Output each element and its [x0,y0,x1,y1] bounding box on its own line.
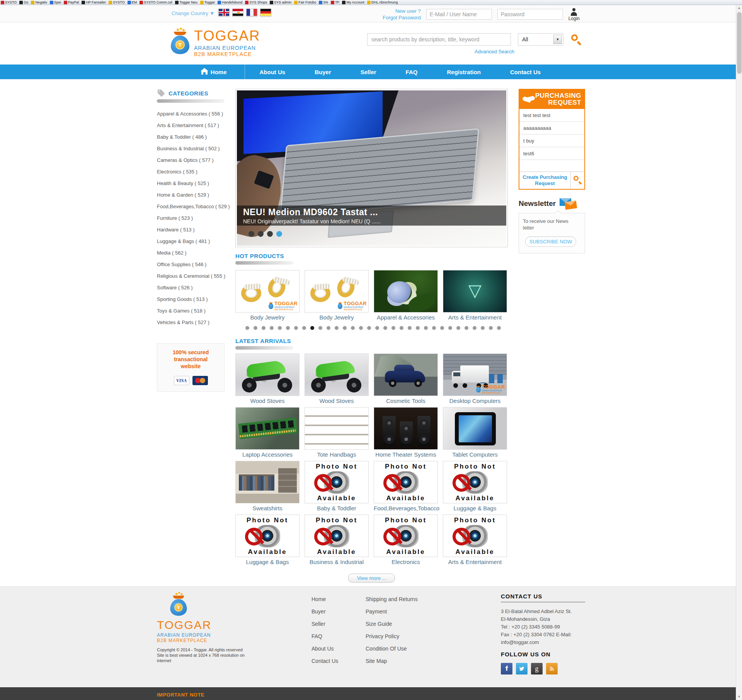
carousel-dot[interactable] [267,231,273,237]
product-card[interactable]: Photo Not Available Luggage & Bags [443,461,507,511]
category-item[interactable]: Furniture ( 523 ) [157,212,225,224]
pagination-dot[interactable] [270,326,274,330]
category-item[interactable]: Cameras & Optics ( 577 ) [157,155,225,166]
footer-link-size-guide[interactable]: Size Guide [366,618,431,630]
subscribe-button[interactable]: SUBSCRIBE NOW [525,236,576,247]
nav-item-buyer[interactable]: Buyer [300,65,346,79]
pagination-dot[interactable] [286,326,290,330]
pagination-dot[interactable] [351,326,355,330]
pagination-dot[interactable] [497,326,501,330]
search-category-select[interactable]: All ▼ [518,33,563,46]
bookmark-item[interactable]: SYS admin [270,0,291,4]
pagination-dot[interactable] [278,326,282,330]
nav-item-about-us[interactable]: About Us [245,65,300,79]
product-card[interactable]: Tote Handbags [305,407,369,458]
category-item[interactable]: Arts & Entertainment ( 517 ) [157,120,225,131]
category-item[interactable]: Hardware ( 513 ) [157,224,225,236]
product-card[interactable]: Sweatshirts [235,461,300,511]
scroll-down-icon[interactable]: ▼ [736,694,742,700]
password-field[interactable] [497,9,563,20]
nav-item-faq[interactable]: FAQ [391,65,432,79]
bookmark-item[interactable]: HP Fansailer [82,0,106,4]
bookmark-item[interactable]: SYSTO Comm.cell [140,0,172,4]
product-card[interactable]: Wood Stoves [235,353,300,404]
search-input[interactable] [367,33,511,46]
carousel-dot[interactable] [248,231,254,237]
flag-germany-icon[interactable] [260,8,271,16]
category-item[interactable]: Home & Garden ( 529 ) [157,189,225,201]
site-logo[interactable]: T TOGGAR ARABIAN EUROPEAN B2B MARKETPLAC… [170,25,260,57]
product-image[interactable]: TOGGARARABIAN EUROPEANB2B MARKETPLACE [235,270,300,313]
bookmark-item[interactable]: Fair Fotobo [294,0,316,4]
nav-item-home[interactable]: Home [187,65,245,79]
hero-carousel[interactable]: NEU! Medion MD9602 Tastat ... NEU! Origi… [235,89,508,247]
pagination-dot[interactable] [343,326,347,330]
footer-link-privacy-policy[interactable]: Privacy Policy [366,630,431,642]
pagination-dot[interactable] [318,326,322,330]
photo-not-available-image[interactable]: Photo Not Available [305,515,369,557]
facebook-icon[interactable] [501,663,512,675]
browser-scrollbar[interactable]: ▲ ▼ [736,5,742,700]
photo-not-available-image[interactable]: Photo Not Available [305,461,369,503]
pagination-dot[interactable] [473,326,477,330]
category-item[interactable]: Software ( 526 ) [157,282,225,294]
product-card[interactable]: TOGGARARABIAN EUROPEANB2B MARKETPLACE Bo… [235,270,300,321]
bookmark-item[interactable]: EM [128,0,137,4]
product-card[interactable]: Home Theater Systems [374,407,438,458]
scrollbar-thumb[interactable] [737,12,742,74]
footer-link-payment[interactable]: Payment [366,605,431,618]
pagination-dot[interactable] [424,326,428,330]
create-purchasing-request-link[interactable]: Create Purchasing Request [519,172,570,189]
pagination-dot[interactable] [383,326,387,330]
bookmark-item[interactable]: Gü [19,0,28,4]
category-item[interactable]: Health & Beauty ( 525 ) [157,178,225,189]
category-item[interactable]: Vehicles & Parts ( 527 ) [157,317,225,328]
pagination-dot[interactable] [465,326,468,330]
category-item[interactable]: Media ( 562 ) [157,247,225,259]
product-image[interactable] [235,407,300,450]
nav-item-seller[interactable]: Seller [346,65,391,79]
product-card[interactable]: ▽ Arts & Entertainment [443,270,507,321]
carousel-dot-active[interactable] [276,231,282,237]
bookmark-item[interactable]: SYSTO [1,0,17,4]
login-button[interactable]: Login [568,7,580,21]
bookmark-item[interactable]: SN [319,0,328,4]
bookmark-item[interactable]: DHL Abrechnung [367,0,398,4]
flag-uk-icon[interactable] [218,8,230,16]
category-item[interactable]: Religious & Ceremonial ( 555 ) [157,270,225,282]
product-card[interactable]: Photo Not Available Food,Beverages,Tobac… [374,461,438,511]
category-item[interactable]: Luggage & Bags ( 481 ) [157,236,225,247]
pagination-dot[interactable] [400,326,403,330]
product-image[interactable] [374,270,438,313]
pagination-dot[interactable] [456,326,460,330]
footer-link-about-us[interactable]: About Us [311,642,354,655]
product-card[interactable]: Photo Not Available Luggage & Bags [235,515,300,565]
scroll-up-icon[interactable]: ▲ [736,5,742,11]
twitter-icon[interactable] [516,663,528,675]
pagination-dot[interactable] [254,326,257,330]
change-country-dropdown[interactable]: Change Country ▼ [172,10,214,16]
category-item[interactable]: Sporting Goods ( 513 ) [157,294,225,305]
product-image[interactable] [374,407,438,450]
pagination-dot[interactable] [302,326,306,330]
purchasing-request-item[interactable]: aaaaaaaaaa [519,122,584,134]
view-more-button[interactable]: View more ... [348,574,395,583]
pagination-dot-active[interactable] [310,326,314,330]
pagination-dot[interactable] [335,326,339,330]
purchasing-request-item[interactable]: t buy [519,134,584,147]
new-user-link[interactable]: New user ? [383,8,420,14]
product-card[interactable]: Photo Not Available Arts & Entertainment [443,515,507,565]
product-image[interactable]: TOGGARARABIAN EUROPEANB2B MARKETPLACE [443,353,507,396]
footer-link-site-map[interactable]: Site Map [366,655,431,667]
bookmark-item[interactable]: Negativ [31,0,47,4]
product-image[interactable] [235,353,300,396]
pagination-dot[interactable] [416,326,420,330]
pagination-dot[interactable] [262,326,265,330]
photo-not-available-image[interactable]: Photo Not Available [374,515,438,557]
product-card[interactable]: Wood Stoves [305,353,369,404]
chevron-down-icon[interactable]: ▼ [553,35,562,44]
bookmark-item[interactable]: My Account [342,0,364,4]
footer-link-home[interactable]: Home [311,593,354,605]
nav-item-contact-us[interactable]: Contact Us [495,65,555,79]
google-icon[interactable]: g [531,663,543,675]
